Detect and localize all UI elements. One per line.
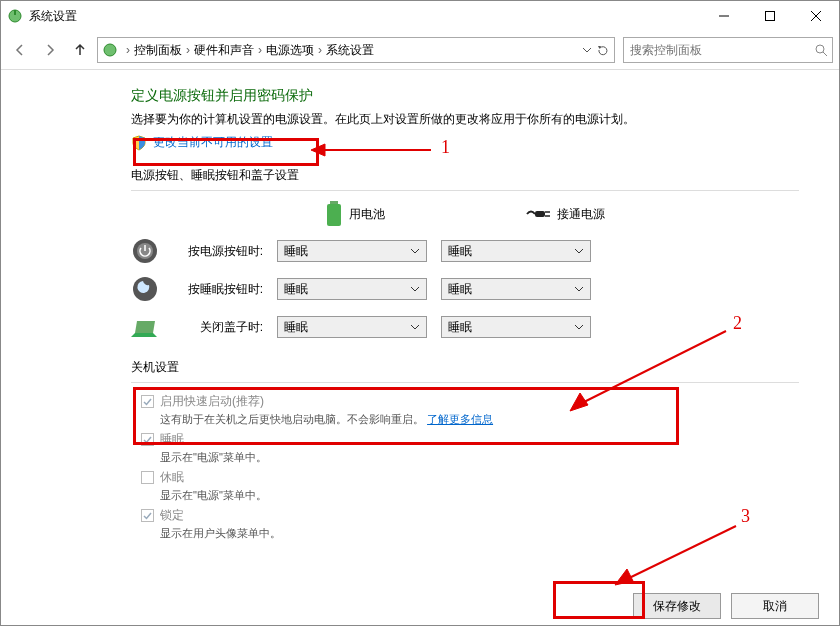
annotation-box-1 [133, 138, 319, 166]
chevron-right-icon: › [316, 43, 324, 57]
crumb[interactable]: 控制面板 [134, 42, 182, 59]
hibernate-label: 休眠 [160, 469, 267, 486]
svg-marker-18 [131, 333, 157, 337]
battery-icon [325, 201, 343, 227]
window-title: 系统设置 [29, 8, 77, 25]
checkbox[interactable] [141, 471, 154, 484]
chevron-down-icon [410, 322, 420, 332]
power-battery-select[interactable]: 睡眠 [277, 240, 427, 262]
minimize-button[interactable] [701, 1, 747, 31]
chevron-down-icon[interactable] [582, 45, 592, 55]
svg-rect-12 [535, 211, 545, 217]
nav-bar: › 控制面板 › 硬件和声音 › 电源选项 › 系统设置 [1, 31, 839, 69]
app-icon [7, 8, 23, 24]
svg-rect-10 [330, 201, 338, 204]
cancel-button[interactable]: 取消 [731, 593, 819, 619]
chevron-down-icon [574, 284, 584, 294]
lock-option[interactable]: 锁定 显示在用户头像菜单中。 [141, 507, 799, 541]
up-button[interactable] [67, 37, 93, 63]
sleep-battery-select[interactable]: 睡眠 [277, 278, 427, 300]
section-title-buttons: 电源按钮、睡眠按钮和盖子设置 [131, 167, 799, 184]
crumb[interactable]: 系统设置 [326, 42, 374, 59]
svg-rect-3 [766, 12, 775, 21]
chevron-down-icon [574, 322, 584, 332]
refresh-icon[interactable] [596, 43, 610, 57]
svg-marker-19 [135, 321, 155, 333]
annotation-box-3 [553, 581, 645, 619]
power-button-icon [131, 237, 159, 265]
chevron-down-icon [410, 284, 420, 294]
chevron-down-icon [574, 246, 584, 256]
forward-button[interactable] [37, 37, 63, 63]
mode-battery-label: 用电池 [349, 206, 385, 223]
crumb[interactable]: 硬件和声音 [194, 42, 254, 59]
lid-ac-select[interactable]: 睡眠 [441, 316, 591, 338]
section-title-shutdown: 关机设置 [131, 359, 799, 376]
search-box[interactable] [623, 37, 833, 63]
annotation-num-1: 1 [441, 137, 450, 158]
chevron-right-icon: › [256, 43, 264, 57]
control-panel-icon [102, 42, 118, 58]
chevron-right-icon: › [124, 43, 132, 57]
plug-icon [525, 207, 551, 221]
svg-rect-11 [327, 204, 341, 226]
svg-point-6 [104, 44, 116, 56]
chevron-down-icon [410, 246, 420, 256]
search-input[interactable] [628, 42, 814, 58]
lid-battery-select[interactable]: 睡眠 [277, 316, 427, 338]
lid-icon [131, 313, 159, 341]
maximize-button[interactable] [747, 1, 793, 31]
power-ac-select[interactable]: 睡眠 [441, 240, 591, 262]
page-description: 选择要为你的计算机设置的电源设置。在此页上对设置所做的更改将应用于你所有的电源计… [131, 111, 799, 128]
svg-line-9 [823, 52, 827, 56]
hibernate-option[interactable]: 休眠 显示在"电源"菜单中。 [141, 469, 799, 503]
power-button-label: 按电源按钮时: [173, 243, 263, 260]
title-bar: 系统设置 [1, 1, 839, 31]
close-button[interactable] [793, 1, 839, 31]
crumb[interactable]: 电源选项 [266, 42, 314, 59]
annotation-box-2 [133, 387, 679, 445]
chevron-right-icon: › [184, 43, 192, 57]
annotation-num-3: 3 [741, 506, 750, 527]
sleep-ac-select[interactable]: 睡眠 [441, 278, 591, 300]
breadcrumb[interactable]: › 控制面板 › 硬件和声音 › 电源选项 › 系统设置 [97, 37, 615, 63]
search-icon [814, 43, 828, 57]
page-heading: 定义电源按钮并启用密码保护 [131, 87, 799, 105]
lock-label: 锁定 [160, 507, 281, 524]
checkbox[interactable] [141, 509, 154, 522]
sleep-button-icon [131, 275, 159, 303]
sleep-button-label: 按睡眠按钮时: [173, 281, 263, 298]
back-button[interactable] [7, 37, 33, 63]
svg-point-8 [816, 45, 824, 53]
mode-ac-label: 接通电源 [557, 206, 605, 223]
svg-rect-1 [14, 10, 16, 15]
lid-label: 关闭盖子时: [173, 319, 263, 336]
annotation-num-2: 2 [733, 313, 742, 334]
save-button[interactable]: 保存修改 [633, 593, 721, 619]
